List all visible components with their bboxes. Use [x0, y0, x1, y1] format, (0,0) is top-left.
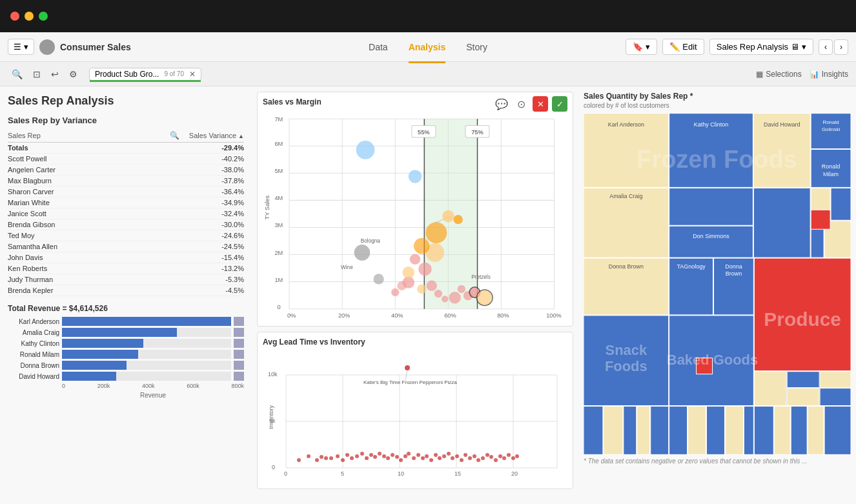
- svg-rect-190: [744, 407, 753, 455]
- rep-name: Brenda Gibson: [8, 221, 179, 228]
- undo-toolbar-btn[interactable]: ↩: [47, 67, 63, 81]
- rep-variance: -13.2%: [179, 265, 244, 272]
- svg-rect-192: [774, 407, 790, 455]
- rep-variance: -24.6%: [179, 232, 244, 239]
- svg-point-101: [395, 455, 399, 459]
- table-row[interactable]: Brenda Gibson -30.0%: [8, 219, 244, 230]
- svg-rect-195: [824, 407, 851, 455]
- bar-row: Kathy Clinton: [8, 339, 244, 348]
- rep-name: Marian White: [8, 199, 179, 207]
- tab-story[interactable]: Story: [466, 39, 487, 55]
- totals-value: -29.4%: [179, 144, 244, 152]
- table-row[interactable]: Ken Roberts -13.2%: [8, 263, 244, 274]
- table-totals-row: Totals -29.4%: [8, 143, 244, 154]
- toolbar-right: ▦ Selections 📊 Insights: [756, 70, 848, 79]
- bar-row: Donna Brown: [8, 361, 244, 370]
- svg-text:Amalia Craig: Amalia Craig: [609, 193, 642, 199]
- svg-rect-159: [811, 210, 830, 229]
- treemap-note: * The data set contains negative or zero…: [584, 458, 851, 465]
- svg-text:20%: 20%: [338, 312, 350, 319]
- svg-text:0%: 0%: [287, 312, 296, 319]
- edit-button[interactable]: ✏️ Edit: [662, 39, 704, 55]
- svg-text:5M: 5M: [274, 168, 283, 174]
- selections-button[interactable]: ▦ Selections: [756, 70, 801, 79]
- middle-panel: 💬 ⊙ ✕ ✓ Sales vs Margin 0 1M 2M 3M 4M 5M…: [252, 86, 578, 504]
- sheet-selector[interactable]: Sales Rep Analysis 🖥 ▾: [709, 39, 813, 55]
- svg-point-115: [455, 454, 459, 458]
- svg-text:Margin %: Margin %: [409, 320, 434, 321]
- sheet-close-icon[interactable]: ✕: [189, 70, 196, 79]
- svg-rect-179: [820, 372, 851, 388]
- table-row[interactable]: Janice Scott -32.4%: [8, 208, 244, 219]
- histogram-block: [234, 372, 244, 381]
- next-arrow[interactable]: ›: [834, 39, 848, 55]
- nav-right: 🔖 ▾ ✏️ Edit Sales Rep Analysis 🖥 ▾ ‹ ›: [493, 39, 848, 55]
- rep-name: Max Blagburn: [8, 177, 179, 185]
- svg-text:Ronald: Ronald: [822, 163, 840, 170]
- rep-variance: -5.3%: [179, 276, 244, 283]
- table-row[interactable]: Max Blagburn -37.8%: [8, 176, 244, 186]
- svg-rect-189: [725, 407, 743, 455]
- svg-point-118: [468, 456, 472, 460]
- rep-variance: -40.2%: [179, 155, 244, 163]
- svg-text:10k: 10k: [268, 371, 278, 378]
- bookmark-icon: 🔖: [633, 42, 643, 52]
- maximize-button[interactable]: [39, 12, 48, 21]
- hamburger-icon: ☰: [14, 42, 21, 52]
- table-row[interactable]: Samantha Allen -24.5%: [8, 241, 244, 252]
- svg-text:Katie's Big Time Frozen Pepper: Katie's Big Time Frozen Pepperoni Pizza: [363, 379, 457, 385]
- svg-point-111: [438, 456, 442, 460]
- rep-variance: -34.9%: [179, 199, 244, 207]
- settings-toolbar-btn[interactable]: ⚙: [65, 67, 81, 81]
- rep-variance: -15.4%: [179, 254, 244, 261]
- bar-label: David Howard: [8, 373, 59, 380]
- table-row[interactable]: Brenda Kepler -4.5%: [8, 285, 244, 296]
- right-panel: Sales Quantity by Sales Rep * colored by…: [578, 86, 856, 504]
- sheet-tab[interactable]: Product Sub Gro... 9 of 70 ✕: [89, 68, 201, 81]
- chevron-down-icon: ▾: [646, 42, 650, 52]
- svg-point-87: [329, 456, 333, 460]
- histogram-block: [234, 339, 244, 348]
- table-row[interactable]: Judy Thurman -5.3%: [8, 274, 244, 285]
- table-row[interactable]: Marian White -34.9%: [8, 197, 244, 208]
- tab-analysis[interactable]: Analysis: [409, 39, 446, 55]
- menu-button[interactable]: ☰ ▾: [8, 39, 34, 55]
- minimize-button[interactable]: [25, 12, 34, 21]
- svg-text:Milam: Milam: [823, 171, 839, 177]
- table-row[interactable]: John Davis -15.4%: [8, 252, 244, 263]
- close-button[interactable]: [10, 12, 19, 21]
- scatter-plot-area: 0 1M 2M 3M 4M 5M 6M 7M TY Sales: [258, 106, 573, 326]
- table-row[interactable]: Sharon Carver -36.4%: [8, 186, 244, 197]
- table-row[interactable]: Ted Moy -24.6%: [8, 230, 244, 241]
- search-toolbar-btn[interactable]: 🔍: [8, 67, 26, 81]
- nav-arrows: ‹ ›: [819, 39, 848, 55]
- bar-label: Amalia Craig: [8, 329, 59, 336]
- svg-point-122: [485, 453, 489, 457]
- nav-left: ☰ ▾ Consumer Sales: [8, 39, 363, 55]
- svg-rect-176: [754, 372, 786, 406]
- sales-vs-margin-chart: 💬 ⊙ ✕ ✓ Sales vs Margin 0 1M 2M 3M 4M 5M…: [257, 92, 573, 327]
- svg-point-91: [350, 456, 354, 460]
- pencil-icon: ✏️: [669, 42, 680, 52]
- insights-button[interactable]: 📊 Insights: [810, 70, 848, 79]
- bookmark-button[interactable]: 🔖 ▾: [626, 39, 657, 55]
- prev-arrow[interactable]: ‹: [819, 39, 833, 55]
- svg-text:1M: 1M: [274, 277, 283, 283]
- svg-point-57: [425, 222, 447, 243]
- svg-text:40%: 40%: [391, 312, 403, 319]
- svg-rect-193: [791, 407, 807, 455]
- table-row[interactable]: Scott Powell -40.2%: [8, 154, 244, 165]
- table-title: Sales Rep by Variance: [8, 116, 244, 125]
- svg-text:5: 5: [341, 470, 344, 477]
- sort-icon[interactable]: ▲: [238, 133, 244, 139]
- table-row[interactable]: Angelen Carter -38.0%: [8, 165, 244, 176]
- bar-axis: 0 200k 400k 600k 800k: [8, 383, 244, 389]
- select-toolbar-btn[interactable]: ⊡: [29, 67, 45, 81]
- traffic-lights: [10, 12, 48, 21]
- search-icon[interactable]: 🔍: [170, 131, 179, 140]
- svg-text:Ronald: Ronald: [822, 119, 839, 125]
- tab-data[interactable]: Data: [369, 39, 388, 55]
- treemap-container[interactable]: Karl Anderson Kathy Clinton David Howard…: [584, 113, 851, 455]
- svg-point-53: [418, 263, 432, 276]
- svg-rect-182: [604, 407, 623, 455]
